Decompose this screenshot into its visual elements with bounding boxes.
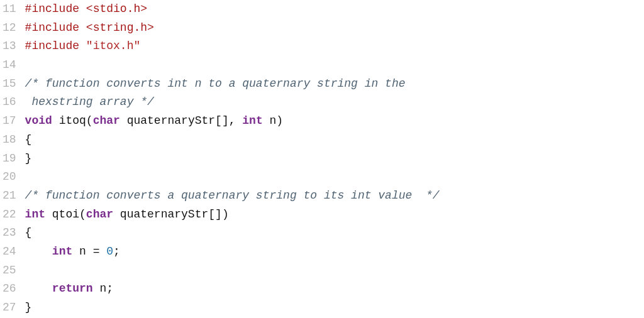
code-line: #include <string.h> [25, 19, 644, 38]
code-line: { [25, 224, 644, 243]
token-plain [25, 245, 52, 258]
token-keyword-type: int [52, 245, 72, 258]
token-comment: /* function converts int n to a quaterna… [25, 77, 406, 90]
token-plain: qtoi( [45, 208, 86, 221]
code-line: hexstring array */ [25, 93, 644, 112]
token-plain: itoq( [52, 114, 93, 127]
line-number-gutter: 1112131415161718192021222324252627 [0, 0, 25, 317]
code-line [25, 168, 644, 187]
code-line [25, 56, 644, 75]
line-number: 27 [3, 299, 16, 317]
token-comment: hexstring array */ [25, 96, 154, 108]
code-line: #include "itox.h" [25, 37, 644, 56]
code-line: { [25, 131, 644, 150]
token-pp-directive: #include [25, 21, 86, 34]
line-number: 18 [3, 131, 16, 150]
code-line: int n = 0; [25, 243, 644, 261]
line-number: 22 [3, 206, 16, 224]
token-keyword-type: char [86, 208, 113, 221]
code-line: int qtoi(char quaternaryStr[]) [25, 206, 644, 224]
code-block: 1112131415161718192021222324252627 #incl… [0, 0, 644, 317]
token-punct: { [25, 133, 32, 146]
token-punct: ; [113, 245, 120, 258]
token-plain: n; [93, 282, 113, 295]
token-keyword-type: char [93, 114, 120, 127]
code-line: } [25, 299, 644, 317]
token-keyword-type: void [25, 114, 52, 127]
token-pp-include-local: "itox.h" [86, 40, 140, 52]
token-plain [25, 282, 52, 295]
line-number: 25 [3, 261, 16, 280]
code-line: #include <stdio.h> [25, 0, 644, 19]
line-number: 24 [3, 243, 16, 261]
token-keyword-ctrl: return [52, 282, 93, 295]
line-number: 15 [3, 75, 16, 94]
line-number: 20 [3, 168, 16, 187]
line-number: 12 [3, 19, 16, 38]
line-number: 14 [3, 56, 16, 75]
token-keyword-type: int [242, 114, 262, 127]
token-pp-include-sys: <string.h> [86, 21, 154, 34]
token-pp-include-sys: <stdio.h> [86, 3, 147, 15]
code-line: } [25, 150, 644, 168]
token-punct: { [25, 226, 32, 239]
token-punct: } [25, 301, 32, 314]
code-line [25, 261, 644, 280]
line-number: 13 [3, 37, 16, 56]
token-plain: quaternaryStr[]) [113, 208, 229, 221]
token-pp-directive: #include [25, 40, 86, 52]
code-line: void itoq(char quaternaryStr[], int n) [25, 112, 644, 131]
line-number: 16 [3, 93, 16, 112]
code-line: /* function converts int n to a quaterna… [25, 75, 644, 94]
line-number: 23 [3, 224, 16, 243]
token-plain: n = [72, 245, 106, 258]
code-line: return n; [25, 280, 644, 299]
line-number: 19 [3, 150, 16, 168]
token-punct: } [25, 152, 32, 165]
token-pp-directive: #include [25, 3, 86, 15]
line-number: 21 [3, 187, 16, 206]
line-number: 26 [3, 280, 16, 299]
token-plain: n) [263, 114, 283, 127]
token-plain: quaternaryStr[], [120, 114, 242, 127]
token-comment: /* function converts a quaternary string… [25, 189, 440, 202]
code-body: #include <stdio.h>#include <string.h>#in… [25, 0, 644, 317]
code-line: /* function converts a quaternary string… [25, 187, 644, 206]
line-number: 17 [3, 112, 16, 131]
token-number: 0 [106, 245, 113, 258]
token-keyword-type: int [25, 208, 45, 221]
line-number: 11 [3, 0, 16, 19]
